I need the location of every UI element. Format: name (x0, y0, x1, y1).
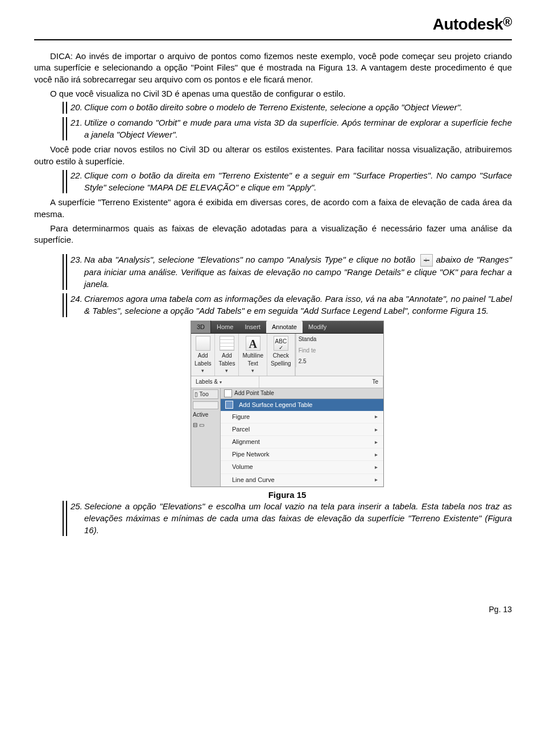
submenu-figure[interactable]: Figure▸ (221, 411, 383, 423)
document-body: DICA: Ao invés de importar o arquivo de … (34, 40, 512, 537)
dropdown-header[interactable]: Add Point Table (221, 388, 383, 399)
submenu-parcel[interactable]: Parcel▸ (221, 423, 383, 436)
step-20: 20. Clique com o botão direito sobre o m… (63, 102, 512, 114)
text-A-icon: A (246, 336, 260, 351)
step-25: 25. Selecione a opção "Elevations" e esc… (63, 501, 512, 536)
tip-paragraph: DICA: Ao invés de importar o arquivo de … (34, 51, 512, 86)
submenu-line-curve[interactable]: Line and Curve▸ (221, 474, 383, 487)
table-icon (220, 336, 234, 351)
step-24: 24. Criaremos agora uma tabela com as in… (63, 293, 512, 317)
toolspace-tab[interactable]: ▯ Too (193, 389, 218, 400)
point-table-icon (224, 389, 232, 397)
text-height-combo[interactable]: 2.5 (296, 356, 383, 367)
tab-modify[interactable]: Modify (303, 321, 332, 333)
tab-3d[interactable]: 3D (191, 321, 211, 333)
submenu-alignment[interactable]: Alignment▸ (221, 436, 383, 448)
paragraph-1: O que você visualiza no Civil 3D é apena… (34, 88, 512, 100)
page-number: Pg. 13 (34, 604, 512, 615)
step-21: 21. Utilize o comando "Orbit" e mude par… (63, 117, 512, 140)
paragraph-3: A superfície "Terreno Existente" agora é… (34, 197, 512, 220)
step-22: 22. Clique com o botão da direita em "Te… (63, 170, 512, 193)
brand-logo: Autodesk® (34, 14, 512, 40)
tab-home[interactable]: Home (211, 321, 239, 333)
panel-check-spelling[interactable]: ABC✓ Check Spelling (267, 334, 295, 376)
tab-insert[interactable]: Insert (239, 321, 266, 333)
step-23: 23. Na aba "Analysis", selecione "Elevat… (63, 254, 512, 290)
toolspace-sidebar: ▯ Too Active ⊟ ▭ (191, 388, 221, 487)
tag-icon (196, 336, 210, 351)
figure-15: 3D Home Insert Annotate Modify Add Label… (63, 321, 512, 501)
figure-caption: Figura 15 (63, 489, 512, 501)
panel-add-labels[interactable]: Add Labels ▾ (191, 334, 215, 376)
sidebar-label-active: Active (193, 411, 218, 419)
submenu-pipe-network[interactable]: Pipe Network▸ (221, 448, 383, 461)
ribbon-panels: Add Labels ▾ Add Tables ▾ A Multiline Te… (191, 334, 383, 376)
panel-title-labels: Labels & ▾ (191, 376, 259, 388)
dropdown-list: Figure▸ Parcel▸ Alignment▸ Pipe Network▸… (221, 411, 383, 487)
style-combo[interactable]: Standa (296, 334, 383, 345)
submenu-volume[interactable]: Volume▸ (221, 461, 383, 473)
panel-multiline-text[interactable]: A Multiline Text ▾ (239, 334, 267, 376)
dropdown-active-item[interactable]: Add Surface Legend Table (221, 399, 383, 411)
analysis-button-icon (420, 254, 433, 267)
paragraph-2: Você pode criar novos estilos no Civil 3… (34, 144, 512, 167)
abc-check-icon: ABC✓ (274, 336, 288, 351)
panel-add-tables[interactable]: Add Tables ▾ (215, 334, 239, 376)
find-text-input[interactable]: Find te (296, 345, 383, 356)
surface-legend-icon (225, 401, 233, 409)
panel-title-text: Te (259, 376, 383, 388)
tab-annotate[interactable]: Annotate (266, 321, 303, 333)
sidebar-icon[interactable] (193, 401, 218, 409)
ribbon-tabs: 3D Home Insert Annotate Modify (191, 321, 383, 334)
paragraph-4: Para determinarmos quais as faixas de el… (34, 223, 512, 246)
